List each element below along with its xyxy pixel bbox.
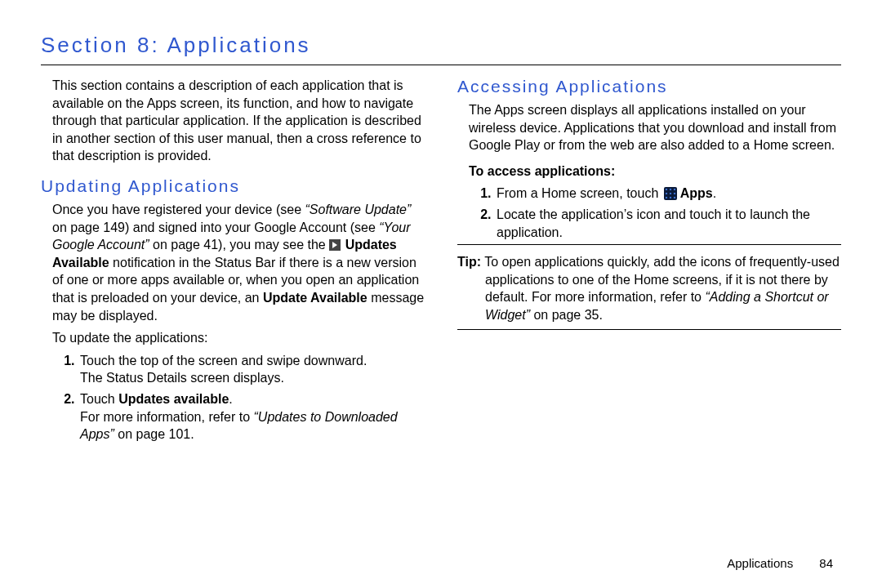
play-store-icon [329, 239, 341, 251]
ref-software-update: “Software Update” [305, 203, 412, 216]
tip-body-end: on page 35. [530, 308, 603, 322]
right-column: Accessing Applications The Apps screen d… [457, 74, 841, 447]
text: Once you have registered your device (se… [52, 203, 305, 216]
access-step-2: Locate the application’s icon and touch … [495, 206, 841, 241]
apps-grid-icon [664, 187, 677, 200]
step-text: Touch the top of the screen and swipe do… [80, 354, 367, 368]
step-text-pre: Touch [80, 392, 118, 406]
update-step-1: Touch the top of the screen and swipe do… [78, 352, 425, 387]
tip-paragraph: Tip: To open applications quickly, add t… [457, 253, 841, 323]
two-column-layout: This section contains a description of e… [41, 74, 841, 447]
update-steps-list: Touch the top of the screen and swipe do… [41, 352, 425, 443]
text: on page 149) and signed into your Google… [52, 220, 379, 234]
intro-paragraph: This section contains a description of e… [41, 77, 425, 165]
text: on page 41), you may see the [149, 238, 330, 252]
updating-apps-heading: Updating Applications [41, 176, 425, 196]
step-more-info: For more information, refer to “Updates … [80, 408, 425, 443]
footer-section-name: Applications [727, 556, 793, 570]
step-text-pre: From a Home screen, touch [497, 186, 662, 200]
title-rule [41, 65, 841, 65]
access-steps-list: From a Home screen, touch Apps. Locate t… [457, 185, 841, 241]
text: on page 101. [114, 427, 194, 441]
apps-label: Apps [680, 186, 713, 200]
tip-rule-top [457, 244, 841, 245]
updates-available-action: Updates available [118, 392, 229, 406]
section-title: Section 8: Applications [41, 33, 841, 58]
update-available-label: Update Available [263, 291, 368, 305]
left-column: This section contains a description of e… [41, 74, 425, 447]
access-step-1: From a Home screen, touch Apps. [495, 185, 841, 203]
step-text-post: . [713, 186, 716, 200]
tip-label: Tip: [457, 255, 481, 269]
access-label: To access applications: [457, 163, 841, 180]
step-subtext: The Status Details screen displays. [80, 369, 425, 387]
text: For more information, refer to [80, 410, 254, 424]
update-step-2: Touch Updates available. For more inform… [78, 390, 425, 443]
footer-page-number: 84 [819, 556, 833, 570]
manual-page: Section 8: Applications This section con… [0, 0, 882, 588]
tip-rule-bottom [457, 329, 841, 330]
page-footer: Applications 84 [727, 556, 833, 570]
step-text-post: . [229, 392, 232, 406]
accessing-apps-paragraph: The Apps screen displays all application… [457, 101, 841, 154]
updating-apps-paragraph: Once you have registered your device (se… [41, 201, 425, 324]
update-lead-in: To update the applications: [41, 329, 425, 347]
accessing-apps-heading: Accessing Applications [457, 77, 841, 96]
